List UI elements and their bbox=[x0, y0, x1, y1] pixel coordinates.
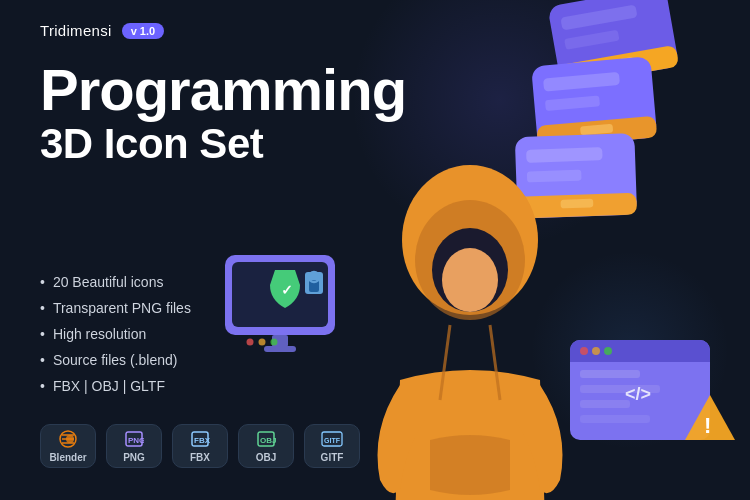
background: Tridimensi v 1.0 Programming 3D Icon Set… bbox=[0, 0, 750, 500]
feature-item: FBX | OBJ | GLTF bbox=[40, 374, 191, 400]
svg-point-48 bbox=[580, 347, 588, 355]
feature-list: 20 Beautiful icons Transparent PNG files… bbox=[40, 270, 191, 399]
version-badge: v 1.0 bbox=[122, 23, 164, 39]
gltf-label: GlTF bbox=[321, 452, 344, 463]
fbx-badge: FBX FBX bbox=[172, 424, 228, 468]
feature-item: 20 Beautiful icons bbox=[40, 270, 191, 296]
feature-item: High resolution bbox=[40, 322, 191, 348]
svg-point-50 bbox=[604, 347, 612, 355]
fbx-icon: FBX bbox=[190, 430, 210, 450]
png-icon: PNG bbox=[124, 430, 144, 450]
obj-icon: OBJ bbox=[256, 430, 276, 450]
svg-rect-51 bbox=[580, 370, 640, 378]
svg-rect-35 bbox=[264, 346, 296, 352]
gltf-badge: GlTF GlTF bbox=[304, 424, 360, 468]
svg-text:PNG: PNG bbox=[128, 436, 144, 445]
svg-text:</>: </> bbox=[625, 384, 651, 404]
svg-point-42 bbox=[442, 248, 498, 312]
obj-label: OBJ bbox=[256, 452, 277, 463]
blender-badge: Blender bbox=[40, 424, 96, 468]
fbx-label: FBX bbox=[190, 452, 210, 463]
png-badge: PNG PNG bbox=[106, 424, 162, 468]
svg-point-49 bbox=[592, 347, 600, 355]
title-main: Programming bbox=[40, 60, 406, 121]
title-sub: 3D Icon Set bbox=[40, 121, 406, 167]
blender-icon bbox=[58, 430, 78, 450]
svg-text:!: ! bbox=[704, 413, 711, 438]
hacker-figure bbox=[370, 160, 570, 500]
svg-rect-54 bbox=[580, 415, 650, 423]
obj-badge: OBJ OBJ bbox=[238, 424, 294, 468]
monitor-deco: ✓ bbox=[220, 250, 340, 350]
svg-text:✓: ✓ bbox=[281, 282, 293, 298]
svg-rect-53 bbox=[580, 400, 630, 408]
gltf-icon: GlTF bbox=[321, 430, 343, 450]
browser-deco: </> ! bbox=[570, 340, 720, 450]
feature-item: Transparent PNG files bbox=[40, 296, 191, 322]
svg-text:FBX: FBX bbox=[194, 436, 210, 445]
svg-point-38 bbox=[271, 339, 278, 346]
feature-item: Source files (.blend) bbox=[40, 348, 191, 374]
brand-name: Tridimensi bbox=[40, 22, 112, 39]
title-block: Programming 3D Icon Set bbox=[40, 60, 406, 167]
brand-row: Tridimensi v 1.0 bbox=[40, 22, 164, 39]
svg-point-37 bbox=[259, 339, 266, 346]
svg-text:OBJ: OBJ bbox=[260, 436, 276, 445]
png-label: PNG bbox=[123, 452, 145, 463]
badge-row: Blender PNG PNG FBX FBX bbox=[40, 424, 360, 468]
svg-text:GlTF: GlTF bbox=[324, 437, 341, 444]
svg-rect-47 bbox=[570, 352, 710, 362]
blender-label: Blender bbox=[49, 452, 86, 463]
deco-boxes bbox=[530, 0, 690, 170]
svg-point-36 bbox=[247, 339, 254, 346]
